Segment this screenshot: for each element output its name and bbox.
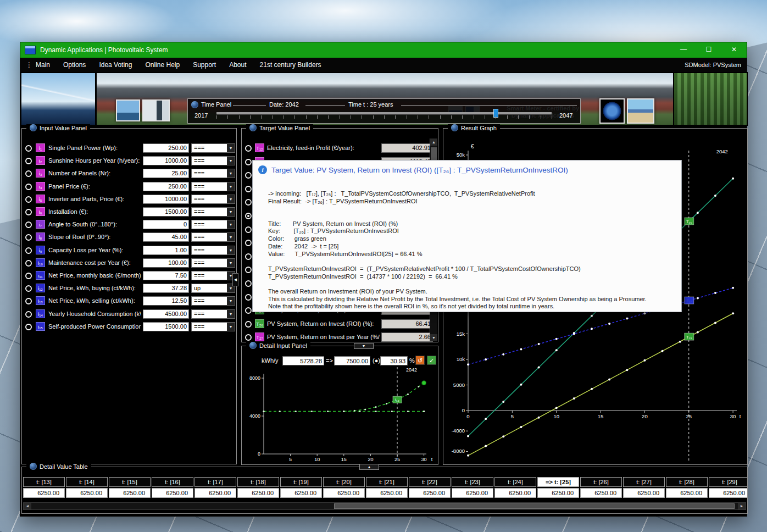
input-value-field[interactable]: 45.00 xyxy=(143,232,189,242)
scroll-down-icon[interactable]: ▼ xyxy=(430,334,437,341)
table-header-cell[interactable]: t: [13] xyxy=(23,477,65,487)
input-value-field[interactable]: 1.00 xyxy=(143,246,189,255)
input-value-field[interactable]: 1000.00 xyxy=(143,195,189,204)
table-header-cell[interactable]: t: [18] xyxy=(237,477,279,487)
target-row-radio[interactable] xyxy=(245,253,252,260)
target-row-radio[interactable] xyxy=(245,294,252,301)
input-row-radio[interactable] xyxy=(25,260,32,267)
table-header-cell[interactable]: t: [17] xyxy=(194,477,236,487)
time-slider-track[interactable] xyxy=(216,112,552,114)
input-value-field[interactable]: 37.28 xyxy=(143,284,189,293)
menu-item-main[interactable]: ⋮Main xyxy=(26,61,50,69)
earth-button[interactable] xyxy=(599,98,625,124)
input-row-radio[interactable] xyxy=(25,234,32,241)
table-header-cell[interactable]: t: [21] xyxy=(366,477,408,487)
input-row-radio[interactable] xyxy=(25,221,32,228)
table-header-cell[interactable]: t: [19] xyxy=(280,477,322,487)
menu-item-idea-voting[interactable]: Idea Voting xyxy=(99,61,132,69)
input-mode-dropdown[interactable]: ===▾ xyxy=(191,322,235,331)
input-value-field[interactable]: 250.00 xyxy=(143,182,189,191)
input-mode-dropdown[interactable]: ===▾ xyxy=(191,296,235,306)
menu-item-about[interactable]: About xyxy=(229,61,246,69)
photo-thumbnail-button[interactable] xyxy=(116,99,140,121)
menu-item-options[interactable]: Options xyxy=(63,61,86,69)
input-mode-dropdown[interactable]: ===▾ xyxy=(191,246,235,255)
menu-item-21st-century-builders[interactable]: 21st century Builders xyxy=(260,61,321,69)
detail-current-value-field[interactable]: 5728.28 xyxy=(282,356,324,365)
input-value-field[interactable]: 1500.00 xyxy=(143,207,189,217)
table-header-cell[interactable]: t: [27] xyxy=(623,477,665,487)
input-value-field[interactable]: 12.50 xyxy=(143,296,189,306)
table-header-cell[interactable]: t: [22] xyxy=(409,477,451,487)
target-row-radio[interactable] xyxy=(245,186,252,192)
input-mode-dropdown[interactable]: ===▾ xyxy=(191,309,235,319)
input-mode-dropdown[interactable]: ===▾ xyxy=(191,220,235,229)
confirm-button[interactable]: ✓ xyxy=(427,356,436,365)
input-value-field[interactable]: 0 xyxy=(143,220,189,229)
scrollbar-thumb[interactable] xyxy=(334,503,735,509)
detail-percent-field[interactable]: 30.93 xyxy=(380,356,408,365)
close-button[interactable]: ✕ xyxy=(721,42,747,58)
maximize-button[interactable]: ☐ xyxy=(696,42,721,58)
target-row-radio[interactable] xyxy=(245,334,252,341)
input-mode-dropdown[interactable]: ===▾ xyxy=(191,232,235,242)
input-row-radio[interactable] xyxy=(25,298,32,304)
undo-button[interactable]: ↺ xyxy=(415,356,425,365)
photo-thumbnail-button[interactable] xyxy=(142,99,170,121)
detail-target-value-field[interactable]: 7500.00 xyxy=(334,356,370,365)
input-row-radio[interactable] xyxy=(25,184,32,190)
input-row-radio[interactable] xyxy=(25,158,32,164)
menu-item-support[interactable]: Support xyxy=(193,61,216,69)
input-value-field[interactable]: 7.50 xyxy=(143,271,189,280)
table-header-cell[interactable]: t: [15] xyxy=(109,477,151,487)
minimize-button[interactable]: — xyxy=(671,42,696,58)
input-row-radio[interactable] xyxy=(25,273,32,279)
target-row-radio[interactable] xyxy=(245,199,252,206)
input-row-radio[interactable] xyxy=(25,247,32,254)
input-mode-dropdown[interactable]: up▾ xyxy=(191,284,235,293)
target-row-radio[interactable] xyxy=(245,267,252,273)
target-row-radio[interactable] xyxy=(245,145,252,152)
input-mode-dropdown[interactable]: ===▾ xyxy=(191,207,235,217)
input-mode-dropdown[interactable]: ===▾ xyxy=(191,169,235,178)
table-header-cell[interactable]: t: [28] xyxy=(666,477,708,487)
table-header-cell[interactable]: t: [16] xyxy=(152,477,193,487)
input-row-radio[interactable] xyxy=(25,170,32,177)
target-row-radio[interactable] xyxy=(245,321,252,328)
scroll-right-icon[interactable]: ► xyxy=(738,503,746,509)
input-mode-dropdown[interactable]: ===▾ xyxy=(191,182,235,191)
table-header-cell[interactable]: t: [23] xyxy=(452,477,493,487)
target-row-radio[interactable] xyxy=(245,307,252,314)
table-expand-button[interactable]: ▲ xyxy=(359,464,379,470)
detail-radio-symbol[interactable]: (●) xyxy=(373,357,380,364)
input-mode-dropdown[interactable]: ===▾ xyxy=(191,195,235,204)
input-row-radio[interactable] xyxy=(25,285,32,292)
input-row-radio[interactable] xyxy=(25,145,32,152)
target-row-radio[interactable] xyxy=(245,226,252,233)
input-mode-dropdown[interactable]: ===▾ xyxy=(191,271,235,280)
target-row-radio[interactable] xyxy=(245,280,252,287)
table-header-cell[interactable]: t: [14] xyxy=(66,477,108,487)
menu-item-online-help[interactable]: Online Help xyxy=(145,61,180,69)
photo-thumbnail-button[interactable] xyxy=(627,98,654,124)
table-header-cell[interactable]: t: [20] xyxy=(323,477,365,487)
input-mode-dropdown[interactable]: ===▾ xyxy=(191,143,235,153)
input-row-radio[interactable] xyxy=(25,209,32,215)
target-row-radio[interactable] xyxy=(245,240,252,246)
input-value-field[interactable]: 1500.00 xyxy=(143,322,189,331)
input-value-field[interactable]: 1000.00 xyxy=(143,156,189,165)
input-row-radio[interactable] xyxy=(25,196,32,203)
input-mode-dropdown[interactable]: ===▾ xyxy=(191,156,235,165)
input-value-field[interactable]: 25.00 xyxy=(143,169,189,178)
target-row-radio[interactable] xyxy=(245,213,252,219)
input-value-field[interactable]: 100.00 xyxy=(143,258,189,268)
table-header-cell[interactable]: t: [26] xyxy=(580,477,622,487)
input-row-radio[interactable] xyxy=(25,311,32,318)
panel-expand-button[interactable]: ▼ xyxy=(354,343,374,349)
input-value-field[interactable]: 250.00 xyxy=(143,143,189,153)
input-row-radio[interactable] xyxy=(25,324,32,330)
panel-collapse-handle[interactable]: ◀ xyxy=(232,273,238,286)
table-header-cell[interactable]: => t: [25] xyxy=(537,477,579,487)
scroll-left-icon[interactable]: ◄ xyxy=(24,503,31,509)
input-mode-dropdown[interactable]: ===▾ xyxy=(191,258,235,268)
